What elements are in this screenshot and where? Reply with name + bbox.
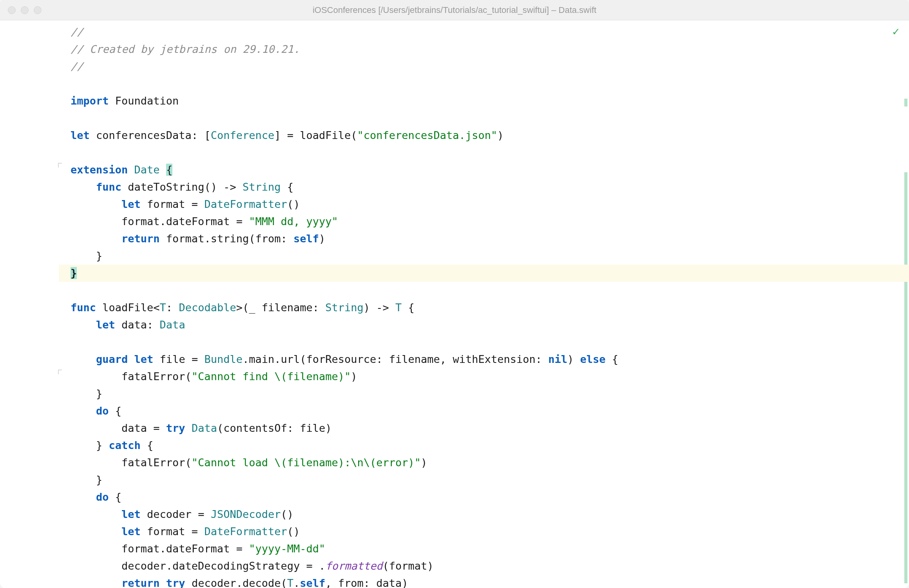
code-line[interactable] bbox=[59, 110, 909, 127]
code-line[interactable]: fatalError("Cannot find \(filename)") bbox=[59, 368, 909, 385]
code-line[interactable]: // Created by jetbrains on 29.10.21. bbox=[59, 41, 909, 58]
close-icon[interactable] bbox=[8, 6, 16, 14]
code-line[interactable]: return try decoder.decode(T.self, from: … bbox=[59, 575, 909, 588]
code-line[interactable]: import Foundation bbox=[59, 92, 909, 110]
code-line[interactable]: fatalError("Cannot load \(filename):\n\(… bbox=[59, 454, 909, 471]
code-line[interactable]: func dateToString() -> String { bbox=[59, 179, 909, 196]
code-line[interactable]: } catch { bbox=[59, 437, 909, 454]
gutter[interactable] bbox=[0, 20, 59, 588]
code-editor[interactable]: ✓ //// Created by jetbrains on 29.10.21.… bbox=[0, 20, 909, 588]
window-title: iOSConferences [/Users/jetbrains/Tutoria… bbox=[8, 5, 901, 15]
code-line[interactable]: func loadFile<T: Decodable>(_ filename: … bbox=[59, 299, 909, 316]
titlebar[interactable]: iOSConferences [/Users/jetbrains/Tutoria… bbox=[0, 0, 909, 20]
code-line[interactable]: } bbox=[59, 247, 909, 265]
code-line[interactable]: format.dateFormat = "MMM dd, yyyy" bbox=[59, 213, 909, 230]
code-line[interactable]: } bbox=[59, 265, 909, 282]
code-line[interactable]: do { bbox=[59, 489, 909, 506]
code-line[interactable]: let format = DateFormatter() bbox=[59, 523, 909, 540]
code-line[interactable]: let decoder = JSONDecoder() bbox=[59, 506, 909, 523]
code-line[interactable]: do { bbox=[59, 402, 909, 420]
code-line[interactable]: data = try Data(contentsOf: file) bbox=[59, 420, 909, 437]
maximize-icon[interactable] bbox=[34, 6, 42, 14]
editor-window: iOSConferences [/Users/jetbrains/Tutoria… bbox=[0, 0, 909, 588]
code-line[interactable]: let format = DateFormatter() bbox=[59, 196, 909, 213]
code-line[interactable]: } bbox=[59, 385, 909, 402]
code-line[interactable]: decoder.dateDecodingStrategy = .formatte… bbox=[59, 557, 909, 575]
code-line[interactable] bbox=[59, 334, 909, 351]
code-line[interactable]: let data: Data bbox=[59, 316, 909, 334]
code-line[interactable]: let conferencesData: [Conference] = load… bbox=[59, 127, 909, 144]
code-line[interactable]: guard let file = Bundle.main.url(forReso… bbox=[59, 351, 909, 368]
code-line[interactable]: // bbox=[59, 23, 909, 41]
code-line[interactable]: return format.string(from: self) bbox=[59, 230, 909, 247]
code-line[interactable] bbox=[59, 75, 909, 92]
code-line[interactable]: } bbox=[59, 471, 909, 489]
code-line[interactable]: extension Date { bbox=[59, 161, 909, 179]
code-line[interactable] bbox=[59, 144, 909, 161]
traffic-lights bbox=[8, 6, 42, 14]
minimize-icon[interactable] bbox=[21, 6, 29, 14]
code-line[interactable]: format.dateFormat = "yyyy-MM-dd" bbox=[59, 540, 909, 557]
code-content[interactable]: //// Created by jetbrains on 29.10.21.//… bbox=[59, 20, 909, 588]
code-line[interactable] bbox=[59, 282, 909, 299]
code-line[interactable]: // bbox=[59, 58, 909, 75]
